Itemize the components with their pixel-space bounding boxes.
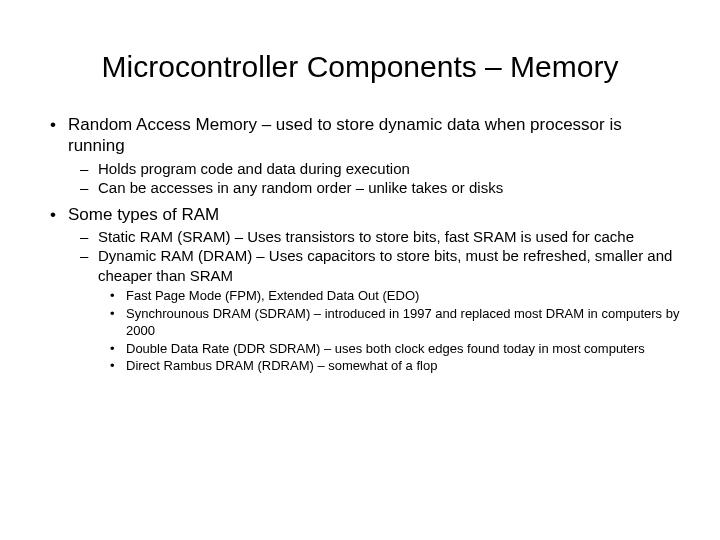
bullet-text: Random Access Memory – used to store dyn… [68, 115, 622, 155]
slide-title: Microcontroller Components – Memory [40, 50, 680, 84]
list-item: Random Access Memory – used to store dyn… [40, 114, 680, 198]
bullet-list-lvl3: Fast Page Mode (FPM), Extended Data Out … [98, 287, 680, 375]
list-item: Fast Page Mode (FPM), Extended Data Out … [98, 287, 680, 305]
bullet-text: Direct Rambus DRAM (RDRAM) – somewhat of… [126, 358, 437, 373]
bullet-text: Fast Page Mode (FPM), Extended Data Out … [126, 288, 419, 303]
bullet-text: Synchrounous DRAM (SDRAM) – introduced i… [126, 306, 679, 339]
list-item: Double Data Rate (DDR SDRAM) – uses both… [98, 340, 680, 358]
list-item: Direct Rambus DRAM (RDRAM) – somewhat of… [98, 357, 680, 375]
bullet-text: Dynamic RAM (DRAM) – Uses capacitors to … [98, 247, 672, 284]
list-item: Can be accesses in any random order – un… [68, 178, 680, 198]
bullet-text: Double Data Rate (DDR SDRAM) – uses both… [126, 341, 645, 356]
list-item: Dynamic RAM (DRAM) – Uses capacitors to … [68, 246, 680, 375]
bullet-list-lvl2: Holds program code and data during execu… [68, 159, 680, 198]
list-item: Holds program code and data during execu… [68, 159, 680, 179]
bullet-text: Some types of RAM [68, 205, 219, 224]
bullet-text: Static RAM (SRAM) – Uses transistors to … [98, 228, 634, 245]
bullet-list-lvl2: Static RAM (SRAM) – Uses transistors to … [68, 227, 680, 375]
list-item: Some types of RAM Static RAM (SRAM) – Us… [40, 204, 680, 375]
bullet-list-lvl1: Random Access Memory – used to store dyn… [40, 114, 680, 375]
list-item: Static RAM (SRAM) – Uses transistors to … [68, 227, 680, 247]
bullet-text: Can be accesses in any random order – un… [98, 179, 503, 196]
list-item: Synchrounous DRAM (SDRAM) – introduced i… [98, 305, 680, 340]
bullet-text: Holds program code and data during execu… [98, 160, 410, 177]
